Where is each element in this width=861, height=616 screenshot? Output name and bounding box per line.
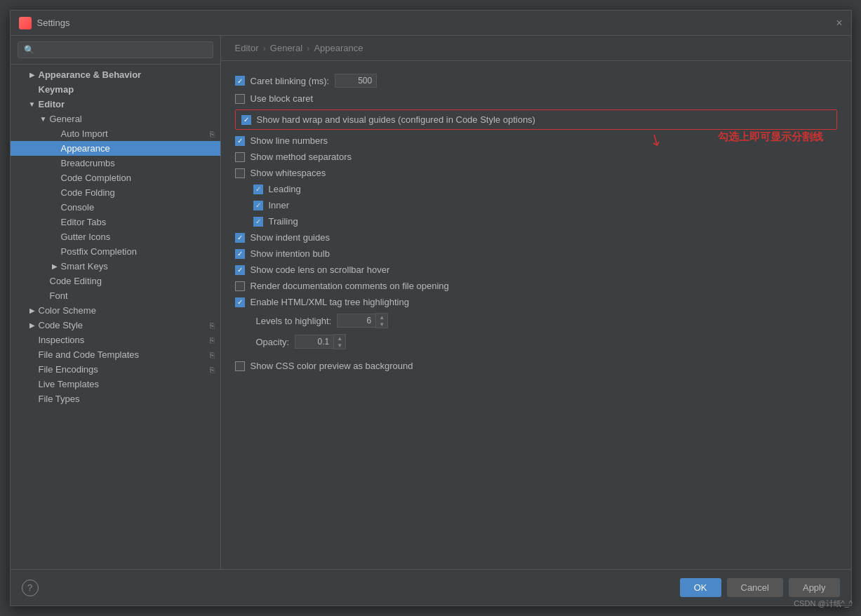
sidebar-item-gutter-icons[interactable]: ▶ Gutter Icons <box>11 229 220 244</box>
sidebar-item-live-templates[interactable]: ▶ Live Templates <box>11 377 220 391</box>
opacity-row: Opacity: ▲ ▼ <box>235 331 837 352</box>
sidebar-item-appearance-behavior[interactable]: ▶ Appearance & Behavior <box>11 67 220 82</box>
sidebar-item-auto-import[interactable]: ▶ Auto Import ⎘ <box>11 126 220 141</box>
footer: ? OK Cancel Apply <box>11 569 851 605</box>
use-block-caret-row: Use block caret <box>235 91 837 107</box>
hard-wrap-container: Show hard wrap and visual guides (config… <box>235 109 837 130</box>
ok-button[interactable]: OK <box>680 578 721 597</box>
show-whitespaces-checkbox[interactable] <box>235 168 245 178</box>
show-css-color-row: Show CSS color preview as background <box>235 358 837 374</box>
show-code-lens-row: Show code lens on scrollbar hover <box>235 262 837 278</box>
breadcrumb-sep1: › <box>262 43 265 53</box>
opacity-decrement-button[interactable]: ▼ <box>334 342 345 349</box>
sidebar-item-keymap[interactable]: ▶ Keymap <box>11 82 220 97</box>
sidebar-item-code-folding[interactable]: ▶ Code Folding <box>11 185 220 200</box>
sidebar-item-appearance[interactable]: ▶ Appearance <box>11 141 220 156</box>
sidebar-label: Code Folding <box>61 187 115 198</box>
levels-input[interactable] <box>337 314 375 328</box>
levels-spinner: ▲ ▼ <box>337 313 388 328</box>
sidebar-item-color-scheme[interactable]: ▶ Color Scheme <box>11 303 220 318</box>
enable-html-xml-checkbox[interactable] <box>235 297 245 307</box>
inner-label: Inner <box>269 200 290 210</box>
sidebar-item-code-style[interactable]: ▶ Code Style ⎘ <box>11 318 220 333</box>
use-block-caret-label: Use block caret <box>251 93 314 104</box>
sidebar-item-code-editing[interactable]: ▶ Code Editing <box>11 274 220 288</box>
expand-icon: ▶ <box>27 70 37 80</box>
show-css-color-checkbox[interactable] <box>235 361 245 371</box>
opacity-input[interactable] <box>295 335 333 349</box>
help-label: ? <box>27 582 32 593</box>
show-hard-wrap-checkbox[interactable] <box>241 115 251 125</box>
main-content: ▶ Appearance & Behavior ▶ Keymap ▼ Edito… <box>11 36 851 569</box>
sidebar-item-console[interactable]: ▶ Console <box>11 200 220 215</box>
sidebar-item-file-encodings[interactable]: ▶ File Encodings ⎘ <box>11 362 220 377</box>
show-indent-guides-row: Show indent guides <box>235 229 837 246</box>
sidebar-item-editor[interactable]: ▼ Editor <box>11 97 220 112</box>
sidebar-item-file-types[interactable]: ▶ File Types <box>11 391 220 406</box>
caret-blinking-row: Caret blinking (ms): <box>235 71 837 91</box>
sidebar-item-file-code-templates[interactable]: ▶ File and Code Templates ⎘ <box>11 347 220 362</box>
settings-dialog: Settings × ▶ Appearance & Behavior ▶ Key… <box>10 10 852 606</box>
trailing-checkbox[interactable] <box>253 217 263 227</box>
render-doc-comments-checkbox[interactable] <box>235 281 245 291</box>
show-intention-bulb-checkbox[interactable] <box>235 249 245 259</box>
show-line-numbers-label: Show line numbers <box>251 135 328 146</box>
levels-increment-button[interactable]: ▲ <box>376 314 387 321</box>
apply-button[interactable]: Apply <box>789 578 840 597</box>
levels-to-highlight-row: Levels to highlight: ▲ ▼ <box>235 310 837 331</box>
show-method-separators-checkbox[interactable] <box>235 152 245 162</box>
inner-checkbox[interactable] <box>253 201 263 210</box>
settings-content: Caret blinking (ms): Use block caret Sho… <box>221 61 851 569</box>
levels-decrement-button[interactable]: ▼ <box>376 321 387 328</box>
show-indent-guides-label: Show indent guides <box>251 232 330 243</box>
enable-html-xml-row: Enable HTML/XML tag tree highlighting <box>235 294 837 310</box>
levels-spinner-btns: ▲ ▼ <box>375 313 388 328</box>
trailing-row: Trailing <box>235 213 837 229</box>
expand-icon: ▶ <box>27 321 37 330</box>
expand-icon: ▶ <box>50 262 60 272</box>
tree-area: ▶ Appearance & Behavior ▶ Keymap ▼ Edito… <box>11 65 220 569</box>
sidebar-label: Code Editing <box>50 276 102 286</box>
show-method-separators-label: Show method separators <box>251 152 352 162</box>
show-whitespaces-label: Show whitespaces <box>251 168 326 178</box>
enable-html-xml-label: Enable HTML/XML tag tree highlighting <box>251 297 409 307</box>
sidebar-item-editor-tabs[interactable]: ▶ Editor Tabs <box>11 215 220 229</box>
copy-icon: ⎘ <box>210 130 215 138</box>
render-doc-comments-row: Render documentation comments on file op… <box>235 278 837 294</box>
opacity-increment-button[interactable]: ▲ <box>334 335 345 342</box>
help-button[interactable]: ? <box>22 580 39 596</box>
search-input[interactable] <box>18 41 213 58</box>
leading-label: Leading <box>269 184 301 194</box>
sidebar-item-general[interactable]: ▼ General <box>11 112 220 126</box>
caret-blinking-input[interactable] <box>335 74 377 88</box>
sidebar-label: Font <box>50 290 68 301</box>
show-line-numbers-checkbox[interactable] <box>235 136 245 146</box>
sidebar-label: File Encodings <box>39 364 98 375</box>
sidebar-item-postfix-completion[interactable]: ▶ Postfix Completion <box>11 244 220 259</box>
use-block-caret-checkbox[interactable] <box>235 94 245 104</box>
cancel-button[interactable]: Cancel <box>727 578 783 597</box>
sidebar-item-inspections[interactable]: ▶ Inspections ⎘ <box>11 333 220 347</box>
breadcrumb-editor: Editor <box>235 43 259 53</box>
show-code-lens-label: Show code lens on scrollbar hover <box>251 265 390 275</box>
caret-blinking-label: Caret blinking (ms): <box>251 76 330 86</box>
right-panel: Editor › General › Appearance Caret blin… <box>221 36 851 569</box>
sidebar-item-code-completion[interactable]: ▶ Code Completion <box>11 170 220 185</box>
sidebar-label: File Types <box>39 394 80 404</box>
show-intention-bulb-label: Show intention bulb <box>251 248 330 259</box>
show-code-lens-checkbox[interactable] <box>235 265 245 275</box>
caret-blinking-checkbox[interactable] <box>235 76 245 86</box>
show-indent-guides-checkbox[interactable] <box>235 233 245 243</box>
sidebar-item-smart-keys[interactable]: ▶ Smart Keys <box>11 259 220 274</box>
expand-icon: ▼ <box>39 114 48 124</box>
sidebar-item-breadcrumbs[interactable]: ▶ Breadcrumbs <box>11 156 220 170</box>
sidebar-label: Editor <box>39 99 65 109</box>
sidebar-label: General <box>50 114 82 124</box>
watermark: CSDN @计纸^_^ <box>794 598 853 609</box>
leading-checkbox[interactable] <box>253 185 263 194</box>
sidebar-label: Code Completion <box>61 173 131 183</box>
close-button[interactable]: × <box>836 17 842 29</box>
sidebar-item-font[interactable]: ▶ Font <box>11 288 220 303</box>
sidebar-label: Auto Import <box>61 128 108 139</box>
dialog-title: Settings <box>37 18 836 28</box>
